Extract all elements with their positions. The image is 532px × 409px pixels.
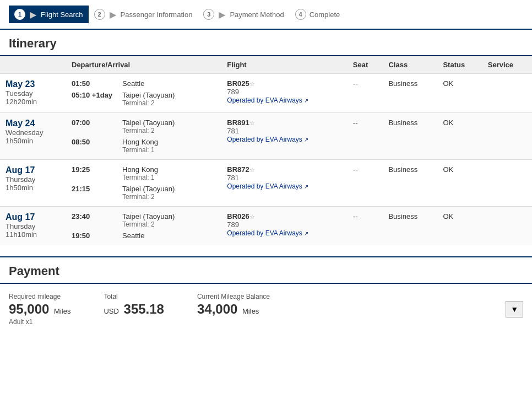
departure-terminal: Terminal: 2: [122, 127, 175, 134]
flight-duration: 1h50min: [6, 137, 61, 145]
required-mileage-label: Required mileage: [9, 293, 70, 300]
date-cell: Aug 17 Thursday 1h50min: [0, 160, 66, 207]
col-service: Service: [482, 56, 532, 74]
departure-terminal: Terminal: 2: [122, 220, 175, 228]
arrival-terminal: Terminal: 2: [122, 193, 175, 201]
flight-day: Thursday: [6, 222, 61, 230]
required-mileage-value: 95,000 Miles: [9, 302, 70, 317]
payment-items-group: Required mileage 95,000 Miles Adult x1 T…: [9, 293, 473, 326]
operated-by-link[interactable]: Operated by EVA Airways ↗: [227, 136, 308, 143]
status-cell: OK: [437, 160, 482, 207]
aircraft-type: 789: [227, 220, 342, 229]
progress-bar: 1 ▶ Flight Search 2 ▶ Passenger Informat…: [0, 0, 532, 30]
col-date: [0, 56, 66, 74]
flight-date: Aug 17: [6, 165, 61, 175]
arrival-terminal: Terminal: 2: [122, 99, 175, 107]
table-header-row: Departure/Arrival Flight Seat Class Stat…: [0, 56, 532, 74]
step-2-arrow: ▶: [110, 9, 116, 20]
payment-header: Payment: [0, 256, 532, 284]
departure-arrival-cell: 07:00 Taipei (Taoyuan) Terminal: 2 08:50…: [66, 113, 221, 160]
flight-day: Tuesday: [6, 89, 61, 98]
departure-city: Seattle: [122, 79, 144, 88]
seat-cell: --: [348, 160, 383, 207]
status-cell: OK: [437, 113, 482, 160]
service-cell: [482, 113, 532, 160]
arrival-time: 08:50: [72, 138, 116, 154]
status-cell: OK: [437, 74, 482, 113]
departure-city: Hong Kong: [122, 165, 158, 174]
step-4-label: Complete: [310, 10, 340, 19]
flight-date: May 23: [6, 79, 61, 89]
departure-terminal: Terminal: 1: [122, 174, 158, 181]
aircraft-type: 781: [227, 127, 342, 135]
arrival-city: Seattle: [122, 232, 144, 240]
required-mileage-number: 95,000: [9, 302, 49, 316]
step-2-label: Passenger Information: [121, 10, 193, 19]
current-balance-number: 34,000: [197, 302, 237, 316]
operated-by-link[interactable]: Operated by EVA Airways ↗: [227, 182, 308, 190]
step-1-num: 1: [14, 9, 25, 20]
departure-time: 01:50: [72, 79, 116, 88]
status-cell: OK: [437, 207, 482, 246]
date-cell: May 23 Tuesday 12h20min: [0, 74, 66, 113]
table-row: May 23 Tuesday 12h20min 01:50 Seattle 05…: [0, 74, 532, 113]
flight-duration: 11h10min: [6, 230, 61, 239]
table-row: Aug 17 Thursday 11h10min 23:40 Taipei (T…: [0, 207, 532, 246]
class-cell: Business: [383, 74, 437, 113]
flight-duration: 12h20min: [6, 98, 61, 106]
col-seat: Seat: [348, 56, 383, 74]
step-1-label: Flight Search: [41, 10, 83, 19]
arrival-city: Taipei (Taoyuan): [122, 185, 175, 193]
step-1-arrow: ▶: [30, 9, 36, 20]
col-class: Class: [383, 56, 437, 74]
flight-date: Aug 17: [6, 212, 61, 222]
seat-cell: --: [348, 113, 383, 160]
arrival-terminal: Terminal: 1: [122, 146, 158, 154]
col-status: Status: [437, 56, 482, 74]
dropdown-button[interactable]: ▼: [506, 301, 523, 317]
itinerary-header: Itinerary: [0, 30, 532, 56]
operated-by-link[interactable]: Operated by EVA Airways ↗: [227, 229, 308, 237]
departure-city: Taipei (Taoyuan): [122, 212, 175, 220]
required-mileage-item: Required mileage 95,000 Miles Adult x1: [9, 293, 70, 326]
class-cell: Business: [383, 160, 437, 207]
flight-number: BR872☆: [227, 165, 342, 174]
departure-arrival-cell: 01:50 Seattle 05:10 +1day Taipei (Taoyua…: [66, 74, 221, 113]
current-balance-suffix: Miles: [242, 307, 259, 315]
total-item: Total USD 355.18: [104, 293, 164, 326]
departure-time: 19:25: [72, 165, 116, 181]
departure-arrival-cell: 19:25 Hong Kong Terminal: 1 21:15 Taipei…: [66, 160, 221, 207]
operated-by-link[interactable]: Operated by EVA Airways ↗: [227, 96, 308, 104]
step-4[interactable]: 4 Complete: [290, 6, 346, 23]
step-4-num: 4: [295, 9, 306, 20]
departure-city: Taipei (Taoyuan): [122, 119, 175, 127]
flight-number: BR025☆: [227, 79, 342, 88]
step-3-num: 3: [203, 9, 214, 20]
flight-day: Wednesday: [6, 128, 61, 137]
aircraft-type: 781: [227, 174, 342, 182]
flight-cell: BR025☆ 789 Operated by EVA Airways ↗: [221, 74, 348, 113]
current-balance-label: Current Mileage Balance: [197, 293, 270, 300]
class-cell: Business: [383, 113, 437, 160]
col-flight: Flight: [221, 56, 348, 74]
date-cell: Aug 17 Thursday 11h10min: [0, 207, 66, 246]
step-3[interactable]: 3 ▶ Payment Method: [198, 6, 289, 23]
payment-content: Required mileage 95,000 Miles Adult x1 T…: [0, 284, 532, 335]
aircraft-type: 789: [227, 88, 342, 96]
service-cell: [482, 207, 532, 246]
flight-cell: BR872☆ 781 Operated by EVA Airways ↗: [221, 160, 348, 207]
service-cell: [482, 160, 532, 207]
flight-duration: 1h50min: [6, 184, 61, 192]
arrival-city: Hong Kong: [122, 138, 158, 146]
step-1[interactable]: 1 ▶ Flight Search: [9, 6, 89, 23]
flight-number: BR891☆: [227, 119, 342, 127]
col-departure-arrival: Departure/Arrival: [66, 56, 221, 74]
step-3-arrow: ▶: [219, 9, 225, 20]
table-row: May 24 Wednesday 1h50min 07:00 Taipei (T…: [0, 113, 532, 160]
step-2[interactable]: 2 ▶ Passenger Information: [89, 6, 198, 23]
table-row: Aug 17 Thursday 1h50min 19:25 Hong Kong …: [0, 160, 532, 207]
required-mileage-suffix: Miles: [54, 307, 70, 315]
service-cell: [482, 74, 532, 113]
flight-number: BR026☆: [227, 212, 342, 220]
flight-day: Thursday: [6, 175, 61, 184]
